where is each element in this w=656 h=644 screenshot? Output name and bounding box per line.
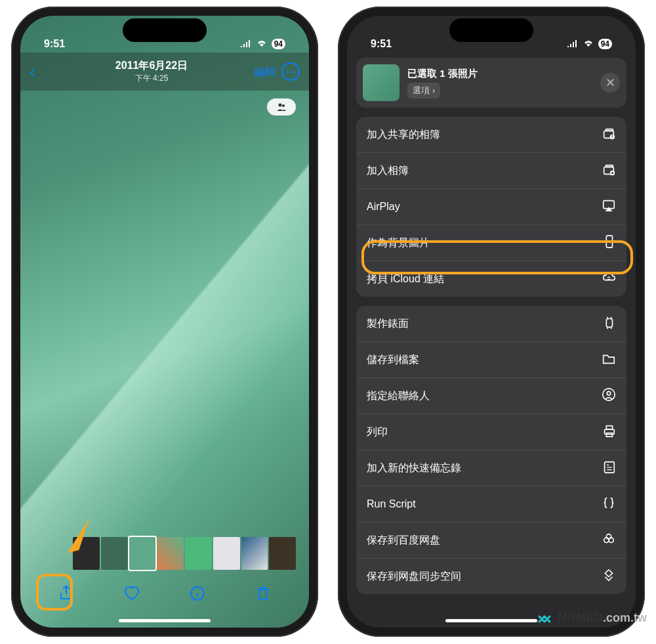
thumbnail[interactable] bbox=[241, 537, 268, 570]
menu-item-label: 保存到百度网盘 bbox=[367, 534, 440, 547]
svg-rect-12 bbox=[606, 319, 612, 328]
highlight-share-button bbox=[36, 574, 73, 611]
info-icon[interactable] bbox=[189, 585, 206, 605]
braces-icon bbox=[602, 496, 616, 513]
wifi-icon bbox=[256, 38, 268, 50]
share-menu-item[interactable]: 保存到网盘同步空间 bbox=[356, 559, 626, 594]
contact-icon bbox=[602, 387, 616, 404]
svg-point-1 bbox=[282, 104, 285, 107]
signal-icon bbox=[240, 38, 252, 50]
print-icon bbox=[602, 423, 616, 440]
thumbnail[interactable] bbox=[185, 537, 212, 570]
battery-indicator: 94 bbox=[272, 39, 285, 49]
menu-item-label: 加入共享的相簿 bbox=[367, 128, 440, 142]
menu-item-label: 儲存到檔案 bbox=[367, 353, 419, 367]
share-menu-item[interactable]: 保存到百度网盘 bbox=[356, 523, 626, 559]
menu-item-label: 指定給聯絡人 bbox=[367, 389, 430, 403]
album-add-icon bbox=[602, 162, 616, 179]
svg-point-6 bbox=[611, 135, 613, 137]
screen-left: 9:51 94 ‹ 2011年6月22日 下午 4:25 編輯 ⋯ bbox=[20, 16, 309, 628]
menu-item-label: AirPlay bbox=[367, 201, 400, 213]
menu-item-label: 保存到网盘同步空间 bbox=[367, 570, 461, 584]
home-indicator[interactable] bbox=[119, 619, 211, 622]
svg-point-14 bbox=[607, 391, 611, 395]
menu-item-label: 列印 bbox=[367, 425, 388, 439]
wifi-icon bbox=[583, 38, 594, 50]
menu-item-label: 製作錶面 bbox=[367, 317, 409, 331]
status-time: 9:51 bbox=[371, 38, 392, 50]
thumbnail[interactable] bbox=[269, 537, 296, 570]
people-badge[interactable] bbox=[267, 98, 296, 116]
back-button[interactable]: ‹ bbox=[30, 62, 49, 82]
thumbnail[interactable] bbox=[213, 537, 240, 570]
share-menu-item[interactable]: 加入共享的相簿 bbox=[356, 117, 626, 153]
dynamic-island bbox=[123, 18, 207, 42]
svg-rect-8 bbox=[605, 165, 613, 167]
share-menu-item[interactable]: 加入相簿 bbox=[356, 153, 626, 189]
share-menu-item[interactable]: Run Script bbox=[356, 486, 626, 523]
highlight-wallpaper-option bbox=[361, 240, 633, 274]
battery-indicator: 94 bbox=[598, 39, 612, 49]
close-button[interactable]: ✕ bbox=[600, 73, 620, 93]
photo-thumbnail-strip[interactable] bbox=[73, 537, 296, 570]
share-menu-item[interactable]: 製作錶面 bbox=[356, 306, 626, 342]
home-indicator[interactable] bbox=[445, 619, 537, 622]
more-button[interactable]: ⋯ bbox=[281, 62, 300, 81]
tutorial-arrow bbox=[56, 515, 100, 567]
thumbnail[interactable] bbox=[101, 537, 128, 570]
svg-point-0 bbox=[279, 104, 282, 107]
share-menu-item[interactable]: 列印 bbox=[356, 414, 626, 450]
trash-icon[interactable] bbox=[255, 585, 272, 605]
note-icon bbox=[602, 460, 616, 477]
watch-icon bbox=[602, 315, 616, 332]
share-thumbnail bbox=[363, 64, 400, 101]
airplay-icon bbox=[602, 198, 616, 215]
svg-point-13 bbox=[603, 389, 615, 400]
album-shared-icon bbox=[602, 126, 616, 143]
share-menu-item[interactable]: 指定給聯絡人 bbox=[356, 378, 626, 414]
status-time: 9:51 bbox=[44, 38, 65, 50]
svg-rect-4 bbox=[605, 129, 613, 131]
signal-icon bbox=[567, 38, 579, 50]
thumbnail[interactable] bbox=[129, 537, 156, 570]
menu-item-label: Run Script bbox=[367, 498, 416, 510]
folder-icon bbox=[602, 351, 616, 368]
photo-header: ‹ 2011年6月22日 下午 4:25 編輯 ⋯ bbox=[20, 53, 309, 91]
share-menu-item[interactable]: 儲存到檔案 bbox=[356, 342, 626, 378]
share-sheet-header: 已選取 1 張照片 選項› ✕ bbox=[356, 58, 626, 108]
svg-point-5 bbox=[610, 135, 615, 139]
svg-rect-16 bbox=[606, 426, 612, 430]
options-button[interactable]: 選項› bbox=[407, 83, 440, 98]
photo-date-title[interactable]: 2011年6月22日 下午 4:25 bbox=[49, 59, 254, 84]
phone-left: 9:51 94 ‹ 2011年6月22日 下午 4:25 編輯 ⋯ bbox=[11, 7, 318, 637]
svg-point-21 bbox=[606, 534, 611, 539]
edit-button[interactable]: 編輯 bbox=[254, 64, 276, 79]
share-menu-item[interactable]: 加入新的快速備忘錄 bbox=[356, 450, 626, 486]
sync-icon bbox=[602, 568, 616, 585]
screen-right: 9:51 94 已選取 1 張照片 選項› ✕ 加入共享的相簿加入相簿AirPl… bbox=[347, 16, 636, 628]
dynamic-island bbox=[449, 18, 533, 42]
selection-count: 已選取 1 張照片 bbox=[407, 68, 592, 80]
svg-rect-17 bbox=[606, 433, 612, 437]
phone-right: 9:51 94 已選取 1 張照片 選項› ✕ 加入共享的相簿加入相簿AirPl… bbox=[338, 7, 645, 637]
favorite-icon[interactable] bbox=[123, 585, 140, 605]
menu-item-label: 加入新的快速備忘錄 bbox=[367, 462, 461, 475]
watermark: MRMAD.com.tw bbox=[535, 610, 647, 626]
menu-item-label: 加入相簿 bbox=[367, 164, 409, 178]
cloud3-icon bbox=[602, 532, 616, 549]
share-menu-group-2: 製作錶面儲存到檔案指定給聯絡人列印加入新的快速備忘錄Run Script保存到百… bbox=[356, 306, 626, 594]
share-menu-item[interactable]: AirPlay bbox=[356, 189, 626, 225]
thumbnail[interactable] bbox=[157, 537, 184, 570]
